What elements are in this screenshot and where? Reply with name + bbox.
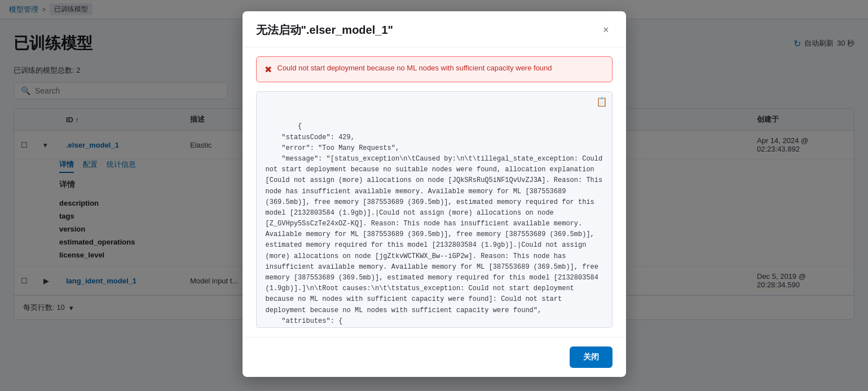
- code-block[interactable]: 📋 { "statusCode": 429, "error": "Too Man…: [256, 91, 613, 328]
- modal-body: ✖ Could not start deployment because no …: [243, 47, 626, 334]
- modal-title: 无法启动".elser_model_1": [256, 23, 394, 38]
- copy-button[interactable]: 📋: [596, 96, 607, 107]
- code-content: { "statusCode": 429, "error": "Too Many …: [266, 122, 607, 328]
- error-message: Could not start deployment because no ML…: [277, 64, 552, 72]
- modal-close-button[interactable]: ×: [600, 23, 613, 37]
- error-alert: ✖ Could not start deployment because no …: [256, 56, 613, 82]
- error-modal: 无法启动".elser_model_1" × ✖ Could not start…: [243, 11, 626, 334]
- modal-overlay: 无法启动".elser_model_1" × ✖ Could not start…: [0, 0, 868, 334]
- error-circle-icon: ✖: [265, 64, 272, 75]
- modal-header: 无法启动".elser_model_1" ×: [243, 11, 626, 47]
